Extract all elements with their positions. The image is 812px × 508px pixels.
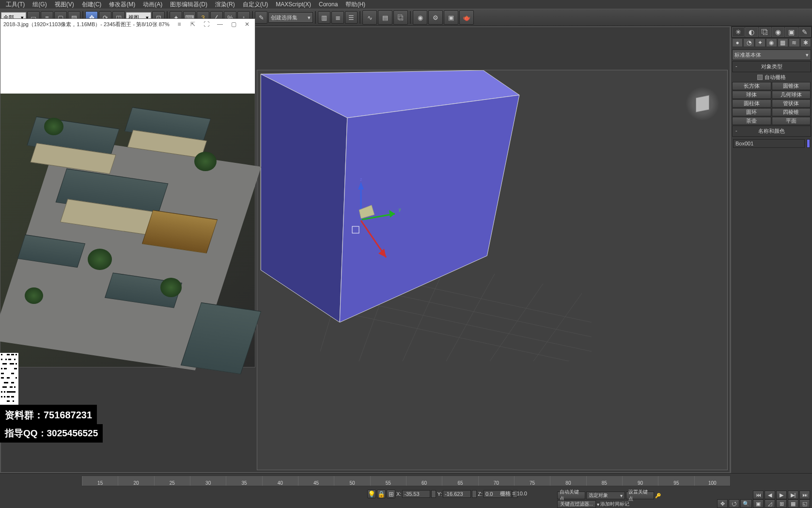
hierarchy-tab[interactable]: ⿻ [759,27,771,37]
fullscreen-icon[interactable]: ⛶ [202,20,211,29]
goto-end-button[interactable]: ⏭ [799,491,810,499]
absolute-mode-icon[interactable]: ⊞ [387,490,395,498]
arc-rotate-button[interactable]: ⭯ [729,499,739,508]
menu-tools[interactable]: 工具(T) [2,0,29,9]
teapot-button[interactable]: 茶壶 [732,117,771,125]
menu-maxscript[interactable]: MAXScript(X) [272,1,315,8]
tick: 80 [550,476,586,486]
menu-group[interactable]: 组(G) [29,0,50,9]
menu-grapheditors[interactable]: 图形编辑器(D) [166,0,211,9]
systems-subtab[interactable]: ✱ [800,38,811,47]
menu-customize[interactable]: 自定义(U) [239,0,272,9]
play-button[interactable]: ▶ [776,491,787,499]
menu-render[interactable]: 渲染(R) [211,0,239,9]
prev-frame-button[interactable]: ◀ [765,491,775,499]
add-time-tag-label[interactable]: 添加时间标记 [600,501,629,508]
menu-modifiers[interactable]: 修改器(M) [105,0,139,9]
geom-category-dropdown[interactable]: 标准基本体▾ [732,49,811,60]
tick: 40 [262,476,298,486]
helpers-subtab[interactable]: ▦ [778,38,788,47]
geometry-subtab[interactable]: ● [732,38,743,47]
menu-view[interactable]: 视图(V) [51,0,78,9]
modify-tab[interactable]: ◐ [745,27,758,37]
name-color-row [731,137,812,150]
key-filters-button[interactable]: 关键点过滤器... [557,500,596,508]
tube-button[interactable]: 管状体 [772,99,811,108]
torus-button[interactable]: 圆环 [732,108,771,116]
cameras-subtab[interactable]: ◉ [766,38,777,47]
pin-icon[interactable]: ⇱ [188,20,198,29]
lights-subtab[interactable]: ✦ [755,38,765,47]
create-tab[interactable]: ✳ [732,27,745,37]
object-color-swatch[interactable] [807,139,810,148]
zoom-all-button[interactable]: ⊞ [776,499,787,508]
addtime-icon[interactable]: ▾ [597,502,599,507]
fov-button[interactable]: ◿ [765,499,775,508]
key-icon[interactable]: 🔑 [655,493,661,498]
next-frame-button[interactable]: ▶| [788,491,798,499]
menu-corona[interactable]: Corona [315,1,342,8]
close-icon[interactable]: ✕ [242,20,252,29]
tick: 85 [586,476,622,486]
shapes-subtab[interactable]: ◔ [743,38,754,47]
pan-button[interactable]: ✥ [717,499,728,508]
pyramid-button[interactable]: 四棱锥 [772,108,811,116]
menu-icon[interactable]: ≡ [174,20,184,29]
x-coord-input[interactable] [402,490,430,498]
render-production-button[interactable]: 🫖 [459,10,474,25]
selection-lock-icon[interactable]: 💡 [367,490,376,498]
object-type-header[interactable]: -对象类型 [732,61,811,72]
display-tab[interactable]: ▣ [785,27,797,37]
name-color-header[interactable]: -名称和颜色 [732,126,811,137]
sphere-button[interactable]: 球体 [732,91,771,99]
schematic-view-button[interactable]: ⿻ [393,10,408,25]
maximize-icon[interactable]: ▢ [229,20,238,29]
viewcube-icon [696,95,709,112]
perspective-viewport[interactable]: z y [257,70,728,470]
menu-create[interactable]: 创建(C) [78,0,106,9]
y-spinner[interactable] [472,490,477,498]
cylinder-button[interactable]: 圆柱体 [732,99,771,108]
lock-icon[interactable]: 🔒 [377,490,386,498]
rendered-frame-button[interactable]: ▣ [444,10,458,25]
menu-animation[interactable]: 动画(A) [139,0,166,9]
geosphere-button[interactable]: 几何球体 [772,91,811,99]
setkey-button[interactable]: 设置关键点 [626,492,654,499]
key-target-dropdown[interactable]: 选定对象▾ [586,492,625,499]
box-button[interactable]: 长方体 [732,82,771,90]
autogrid-label: 自动栅格 [765,74,786,81]
viewcube[interactable] [686,87,719,121]
material-editor-button[interactable]: ◉ [413,10,427,25]
y-coord-input[interactable] [443,490,471,498]
autokey-button[interactable]: 自动关键点 [557,492,585,499]
named-selset-dropdown[interactable]: 创建选择集▾ [268,12,313,23]
zoom-button[interactable]: 🔍 [740,499,752,508]
image-viewer-window[interactable]: 2018-3.jpg（1920×1103像素，1.16MB）- 2345看图王 … [0,18,255,367]
motion-tab[interactable]: ◉ [772,27,784,37]
x-spinner[interactable] [431,490,436,498]
cone-button[interactable]: 圆锥体 [772,82,811,90]
mirror-button[interactable]: ▥ [318,11,330,24]
align-button[interactable]: ≣ [331,11,344,24]
box-primitive[interactable] [257,70,529,322]
image-viewer-body [0,30,255,94]
menu-help[interactable]: 帮助(H) [342,0,369,9]
render-setup-button[interactable]: ⚙ [428,10,443,25]
tick: 50 [334,476,370,486]
plane-button[interactable]: 平面 [772,117,811,125]
time-slider[interactable]: 15 20 25 30 35 40 45 50 55 60 65 70 75 8… [81,476,731,486]
minimize-icon[interactable]: — [215,20,225,29]
zoom-extents-button[interactable]: ▣ [753,499,764,508]
goto-start-button[interactable]: ⏮ [753,491,764,499]
spacewarps-subtab[interactable]: ≋ [789,38,799,47]
edit-selection-set-button[interactable]: ✎ [255,11,267,24]
object-name-input[interactable] [733,139,805,148]
image-viewer-titlebar[interactable]: 2018-3.jpg（1920×1103像素，1.16MB）- 2345看图王 … [0,19,255,30]
min-max-button[interactable]: ◱ [799,499,810,508]
layer-manager-button[interactable]: ☰ [345,11,358,24]
max-toggle-button[interactable]: ▦ [788,499,798,508]
curve-editor-button[interactable]: ∿ [362,10,377,25]
utilities-tab[interactable]: ✎ [798,27,811,37]
dope-sheet-button[interactable]: ▤ [378,10,392,25]
autogrid-checkbox[interactable] [757,75,763,80]
